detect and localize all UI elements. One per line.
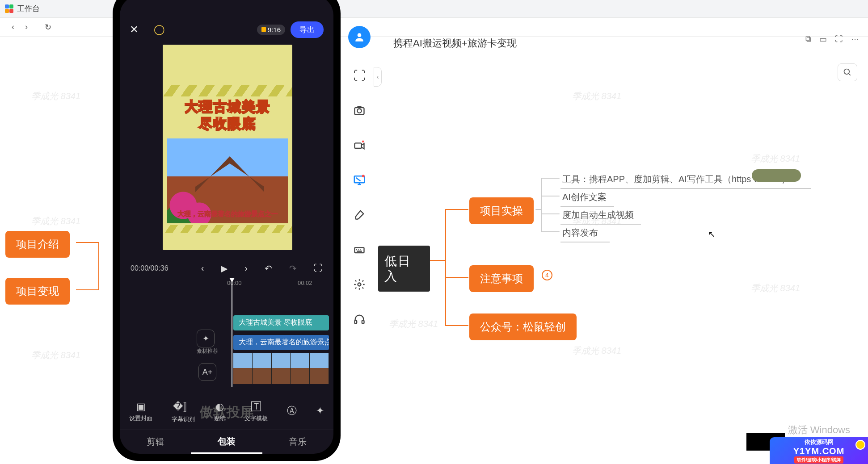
- prev-frame-button[interactable]: ‹: [201, 263, 204, 274]
- aplus-button[interactable]: A+: [198, 363, 216, 381]
- svg-point-2: [358, 33, 362, 37]
- aspect-badge: 9:16: [257, 25, 285, 35]
- tool-6[interactable]: ✦: [316, 405, 324, 418]
- keyboard-icon[interactable]: [352, 242, 367, 257]
- video-track-thumbs[interactable]: [233, 353, 329, 384]
- nav-back-button[interactable]: ‹: [6, 21, 20, 34]
- brush-icon[interactable]: [352, 207, 367, 222]
- mm-node-notes[interactable]: 注意事项: [469, 265, 534, 292]
- ruler-tick: 00:00: [227, 280, 242, 286]
- watermark: 季成光 8341: [31, 349, 80, 361]
- mm-node-intro[interactable]: 项目介绍: [5, 231, 70, 258]
- more-icon[interactable]: ⋯: [851, 34, 859, 44]
- svg-rect-5: [355, 143, 362, 148]
- play-button[interactable]: ▶: [221, 263, 228, 274]
- svg-point-6: [362, 141, 364, 143]
- mm-node-account[interactable]: 公众号：松鼠轻创: [469, 314, 577, 340]
- svg-rect-9: [355, 247, 364, 253]
- material-recommend-button[interactable]: ✦: [197, 330, 215, 347]
- mm-sub-ai-copy[interactable]: AI创作文案: [560, 188, 614, 207]
- undo-button[interactable]: ↶: [265, 263, 272, 274]
- sidebar-collapse-handle[interactable]: ‹: [374, 67, 382, 87]
- mm-sub-auto-video[interactable]: 度加自动生成视频: [560, 206, 641, 225]
- site-logo-badge: 依依源码网 Y1YM.COM 软件/游戏/小程序/棋牌: [770, 437, 868, 464]
- editor-topbar: ✕ ◯ 9:16 导出: [120, 19, 333, 40]
- playback-controls: 00:00/00:36 ‹ ▶ › ↶ ↷ ⛶: [120, 257, 333, 280]
- monitor-icon[interactable]: [352, 172, 367, 188]
- headset-icon[interactable]: [352, 312, 367, 327]
- search-button[interactable]: [838, 63, 857, 81]
- mm-sub-publish[interactable]: 内容发布: [560, 224, 610, 242]
- user-avatar-icon[interactable]: [348, 26, 371, 48]
- svg-point-8: [362, 175, 365, 177]
- material-recommend-label: 素材推荐: [197, 347, 218, 355]
- playhead[interactable]: [232, 280, 232, 387]
- tab-workspace[interactable]: 工作台: [17, 4, 40, 14]
- video-camera-icon[interactable]: [352, 138, 367, 153]
- app-logo-icon: [4, 4, 13, 13]
- export-button[interactable]: 导出: [291, 21, 324, 38]
- preview-headline: 大理古城美景 尽收眼底: [163, 98, 292, 132]
- tool-text-template[interactable]: 🅃文字模板: [244, 401, 268, 422]
- text-track-1[interactable]: 大理古城美景 尽收眼底: [233, 315, 329, 330]
- time-display: 00:00/00:36: [131, 264, 169, 272]
- tab-edit[interactable]: 剪辑: [120, 430, 191, 454]
- redo-button[interactable]: ↷: [289, 263, 297, 274]
- mm-node-monetize[interactable]: 项目变现: [5, 278, 70, 305]
- editor-toolbar: ▣设置封面 �〛字幕识别 ◐贴纸 🅃文字模板 Ⓐ ✦: [120, 395, 333, 428]
- svg-rect-11: [355, 320, 357, 323]
- watermark: 季成光 8341: [751, 153, 800, 165]
- tool-subtitle[interactable]: �〛字幕识别: [172, 400, 195, 423]
- loading-spinner-icon: ◯: [154, 24, 165, 35]
- camera-icon[interactable]: [352, 103, 367, 118]
- watermark: 季成光 8341: [31, 215, 80, 227]
- popout-icon[interactable]: ⧉: [805, 34, 811, 44]
- preview-caption: 大理，云南最著名的旅游景点之一: [163, 210, 292, 218]
- search-icon: [843, 68, 852, 77]
- text-track-2[interactable]: 大理，云南最著名的旅游景点之: [233, 335, 329, 350]
- timeline-ruler[interactable]: 00:00 00:02: [120, 280, 333, 291]
- tool-cover[interactable]: ▣设置封面: [129, 401, 152, 422]
- mm-badge-count: 4: [542, 270, 552, 280]
- editor-bottom-tabs: 剪辑 包装 音乐: [120, 430, 333, 454]
- maximize-icon[interactable]: ⛶: [835, 34, 843, 44]
- close-icon[interactable]: ✕: [130, 23, 139, 36]
- timeline-side-tools: ✦ 素材推荐 A+: [197, 330, 218, 381]
- tool-5[interactable]: Ⓐ: [287, 404, 297, 419]
- tab-music[interactable]: 音乐: [262, 430, 333, 454]
- svg-point-0: [844, 69, 850, 75]
- tab-package[interactable]: 包装: [191, 430, 262, 454]
- next-frame-button[interactable]: ›: [244, 263, 248, 274]
- watermark: 季成光 8341: [572, 90, 621, 102]
- watermark: 季成光 8341: [31, 90, 80, 102]
- nav-forward-button[interactable]: ›: [20, 21, 33, 34]
- tool-sticker[interactable]: ◐贴纸: [214, 401, 226, 422]
- phone-mockup: ✕ ◯ 9:16 导出 大理古城美景 尽收眼底 大理，云南最著名的旅游景点之一 …: [113, 0, 341, 461]
- fullscreen-button[interactable]: ⛶: [314, 263, 323, 274]
- watermark: 季成光 8341: [389, 318, 438, 330]
- svg-line-1: [849, 74, 851, 75]
- window-tool-icons: ⧉ ▭ ⛶ ⋯: [805, 34, 859, 44]
- nav-reload-button[interactable]: ↻: [41, 21, 55, 34]
- ruler-tick: 00:02: [298, 280, 312, 286]
- redacted-url: [752, 169, 801, 182]
- expand-icon[interactable]: ⛶: [352, 68, 367, 83]
- video-preview[interactable]: 大理古城美景 尽收眼底 大理，云南最著名的旅游景点之一: [163, 45, 292, 250]
- window-icon[interactable]: ▭: [819, 34, 827, 44]
- mm-root[interactable]: 低日入: [378, 246, 430, 292]
- right-sidebar: ⛶: [345, 26, 374, 327]
- phone-screen: ✕ ◯ 9:16 导出 大理古城美景 尽收眼底 大理，云南最著名的旅游景点之一 …: [120, 0, 333, 454]
- svg-rect-12: [362, 320, 364, 323]
- svg-point-10: [358, 283, 361, 286]
- mm-node-practice[interactable]: 项目实操: [469, 197, 534, 224]
- page-title: 携程AI搬运视频+旅游卡变现: [393, 37, 517, 50]
- watermark: 季成光 8341: [751, 282, 800, 294]
- mouse-cursor-icon: ↖: [708, 229, 716, 239]
- watermark: 季成光 8341: [572, 345, 621, 357]
- gear-icon[interactable]: [352, 277, 367, 292]
- svg-point-4: [357, 109, 361, 113]
